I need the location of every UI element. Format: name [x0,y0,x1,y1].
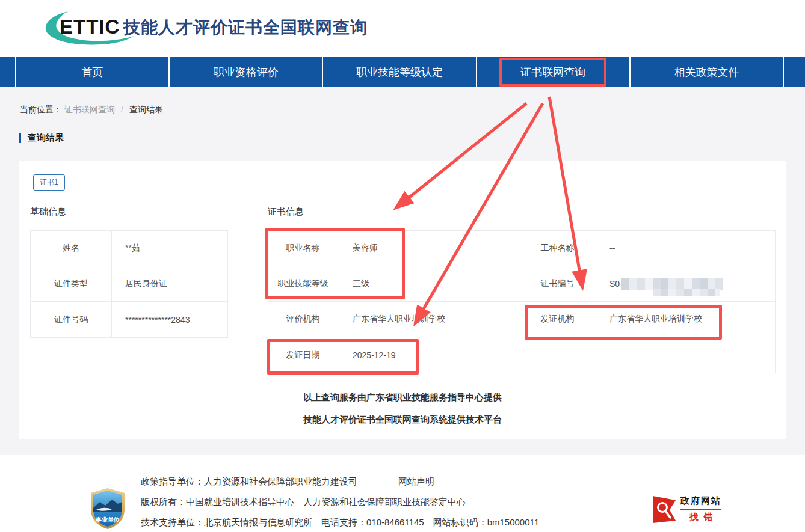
evaluator-value: 广东省华大职业培训学校 [339,302,519,337]
empty-value-cell [596,337,775,373]
magnifier-flag-icon [653,495,676,524]
basic-idnumber-value: **************2843 [112,302,227,337]
main-nav: 首页 职业资格评价 职业技能等级认定 证书联网查询 相关政策文件 [0,57,805,87]
shield-icon: 事业单位 [89,488,126,530]
table-row: 发证日期 2025-12-19 [267,337,775,373]
public-institution-badge: 事业单位 [89,488,126,532]
table-row: 证件类型 居民身份证 [31,266,227,302]
basic-name-value: **茹 [112,231,227,266]
certificate-tab[interactable]: 证书1 [33,174,65,191]
footer-line-copyright: 版权所有：中国就业培训技术指导中心 人力资源和社会保障部职业技能鉴定中心 [141,497,466,508]
table-row: 姓名 **茹 [31,231,227,266]
breadcrumb-label: 当前位置： [20,105,62,114]
nav-item-home[interactable]: 首页 [16,57,168,87]
worktype-label: 工种名称 [519,231,596,266]
cert-info-title: 证书信息 [268,206,304,218]
table-row: 职业技能等级 三级 证书编号 S0 [267,266,775,302]
issue-date-label: 发证日期 [267,337,339,373]
cert-number-value: S0 [596,266,775,301]
footer-line-policy: 政策指导单位：人力资源和社会保障部职业能力建设司网站声明 [141,476,434,488]
breadcrumb-separator: / [121,105,123,114]
occupation-label: 职业名称 [267,231,339,266]
section-header: 查询结果 [19,133,64,143]
gov-website-error-badge[interactable]: 政府网站 找错 [653,495,721,524]
issuer-value: 广东省华大职业培训学校 [596,302,775,337]
website-statement-link[interactable]: 网站声明 [398,476,434,486]
breadcrumb: 当前位置：证书联网查询/查询结果 [20,105,163,115]
cert-number-redacted-mosaic [621,278,723,290]
main-content: 当前位置：证书联网查询/查询结果 查询结果 证书1 基础信息 证书信息 姓名 *… [0,87,805,455]
footer-line-support: 技术支持单位：北京航天情报与信息研究所 电话支持：010-84661145 网站… [141,517,539,528]
nav-item-certificate-query[interactable]: 证书联网查询 [477,57,629,87]
evaluator-label: 评价机构 [267,302,339,337]
issuer-label: 发证机构 [519,302,596,337]
issue-date-value: 2025-12-19 [339,337,519,373]
site-title: 技能人才评价证书全国联网查询 [123,16,368,39]
basic-info-table: 姓名 **茹 证件类型 居民身份证 证件号码 **************284… [30,230,228,338]
institution-badge-label: 事业单位 [95,516,120,523]
cert-info-table: 职业名称 美容师 工种名称 -- 职业技能等级 三级 证书编号 S0 评价机构 … [267,230,776,373]
page-footer: 事业单位 政策指导单位：人力资源和社会保障部职业能力建设司网站声明 版权所有：中… [0,455,805,532]
basic-name-label: 姓名 [31,231,112,266]
skill-level-value: 三级 [339,266,519,301]
nav-edge-right [784,57,805,87]
nav-item-skill-level-certification[interactable]: 职业技能等级认定 [323,57,475,87]
worktype-value: -- [596,231,775,266]
breadcrumb-parent-link[interactable]: 证书联网查询 [64,105,115,114]
nav-edge-left [0,57,15,87]
empty-label-cell [519,337,596,373]
table-row: 证件号码 **************2843 [31,302,227,337]
cert-number-label: 证书编号 [519,266,596,301]
platform-note: 技能人才评价证书全国联网查询系统提供技术平台 [19,414,786,426]
section-accent-bar [19,133,21,143]
gov-badge-text: 政府网站 找错 [680,495,721,523]
basic-idtype-value: 居民身份证 [112,266,227,301]
gov-badge-line1: 政府网站 [680,495,721,510]
service-provider-note: 以上查询服务由广东省职业技能服务指导中心提供 [19,392,786,403]
nav-item-policy-files[interactable]: 相关政策文件 [631,57,783,87]
section-title: 查询结果 [28,132,64,144]
policy-unit-text: 政策指导单位：人力资源和社会保障部职业能力建设司 [141,476,357,486]
basic-idtype-label: 证件类型 [31,266,112,301]
occupation-value: 美容师 [339,231,519,266]
table-row: 职业名称 美容师 工种名称 -- [267,231,775,266]
basic-idnumber-label: 证件号码 [31,302,112,337]
skill-level-label: 职业技能等级 [267,266,339,301]
gov-badge-line2: 找错 [680,512,721,523]
page-header: ETTIC 技能人才评价证书全国联网查询 [0,0,805,57]
nav-item-occupational-qualification[interactable]: 职业资格评价 [170,57,322,87]
logo-text: ETTIC [60,16,120,38]
result-card: 证书1 基础信息 证书信息 姓名 **茹 证件类型 居民身份证 证件号码 ***… [19,161,786,439]
cert-number-prefix: S0 [609,279,620,289]
breadcrumb-current: 查询结果 [129,105,163,114]
basic-info-title: 基础信息 [30,206,66,218]
table-row: 评价机构 广东省华大职业培训学校 发证机构 广东省华大职业培训学校 [267,302,775,337]
